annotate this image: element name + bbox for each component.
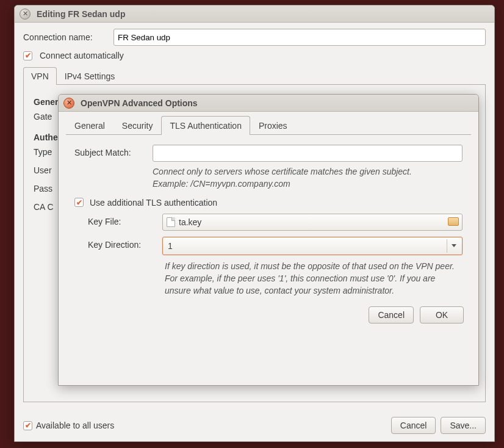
keyfile-value: ta.key bbox=[179, 217, 201, 227]
tab-security[interactable]: Security bbox=[113, 116, 162, 135]
folder-icon bbox=[448, 217, 459, 226]
keydir-value: 1 bbox=[168, 241, 173, 251]
use-tls-label: Use additional TLS authentication bbox=[90, 198, 217, 208]
available-all-checkbox[interactable] bbox=[23, 421, 32, 430]
tab-vpn[interactable]: VPN bbox=[23, 67, 57, 85]
main-titlebar: ✕ Editing FR Sedan udp bbox=[15, 5, 494, 23]
file-icon bbox=[167, 217, 175, 227]
subject-match-input[interactable] bbox=[153, 145, 463, 162]
close-icon[interactable]: ✕ bbox=[63, 98, 74, 109]
chevron-down-icon bbox=[447, 239, 460, 253]
close-icon[interactable]: ✕ bbox=[20, 9, 31, 20]
keyfile-label: Key File: bbox=[88, 214, 156, 226]
tls-auth-panel: Subject Match: Connect only to servers w… bbox=[66, 135, 471, 302]
connect-auto-checkbox[interactable] bbox=[23, 51, 32, 60]
save-button[interactable]: Save... bbox=[441, 417, 486, 434]
modal-cancel-button[interactable]: Cancel bbox=[369, 306, 414, 323]
window-title: Editing FR Sedan udp bbox=[37, 9, 125, 19]
keydir-label: Key Direction: bbox=[88, 237, 156, 250]
cancel-button[interactable]: Cancel bbox=[391, 417, 436, 434]
tab-general[interactable]: General bbox=[66, 116, 113, 135]
modal-tabs: General Security TLS Authentication Prox… bbox=[66, 115, 471, 135]
tab-ipv4[interactable]: IPv4 Settings bbox=[57, 67, 123, 85]
advanced-options-dialog: ✕ OpenVPN Advanced Options General Secur… bbox=[58, 94, 479, 386]
use-tls-checkbox[interactable] bbox=[74, 198, 84, 207]
subject-match-help: Connect only to servers whose certificat… bbox=[153, 165, 463, 190]
keydir-select[interactable]: 1 bbox=[162, 237, 463, 255]
modal-ok-button[interactable]: OK bbox=[420, 306, 464, 323]
modal-title: OpenVPN Advanced Options bbox=[81, 98, 198, 108]
modal-titlebar: ✕ OpenVPN Advanced Options bbox=[59, 95, 478, 112]
tab-tls-auth[interactable]: TLS Authentication bbox=[161, 116, 250, 135]
available-all-label: Available to all users bbox=[36, 421, 114, 430]
keydir-help: If key direction is used, it must be the… bbox=[165, 260, 463, 297]
connect-auto-label: Connect automatically bbox=[40, 51, 124, 60]
connection-name-label: Connection name: bbox=[23, 32, 109, 42]
connection-name-input[interactable] bbox=[113, 29, 486, 46]
subject-match-label: Subject Match: bbox=[74, 145, 146, 157]
tab-proxies[interactable]: Proxies bbox=[250, 116, 296, 135]
main-tabs: VPN IPv4 Settings bbox=[23, 67, 486, 85]
keyfile-chooser[interactable]: ta.key bbox=[162, 214, 463, 231]
